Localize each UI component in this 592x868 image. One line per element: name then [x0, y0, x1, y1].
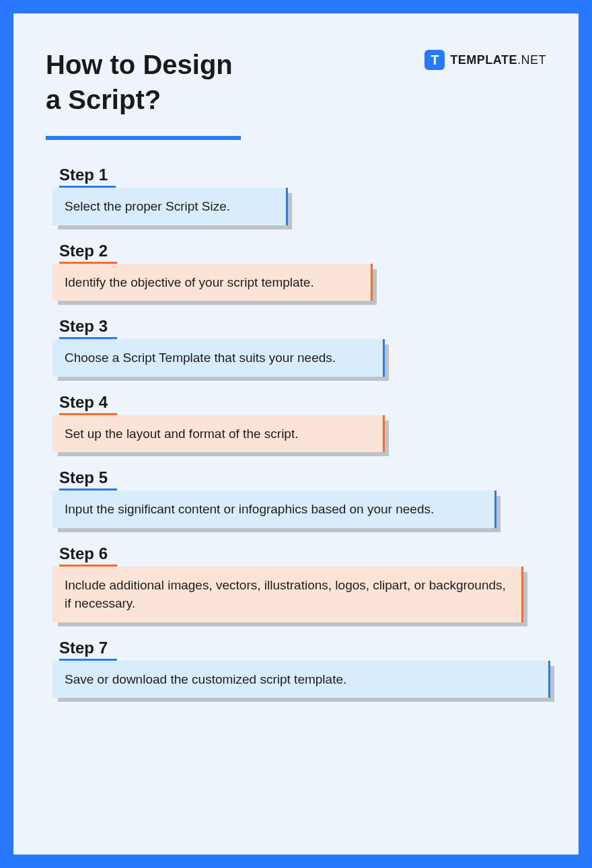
step-card: Choose a Script Template that suits your… [52, 339, 385, 377]
step-block-3: Step 3Choose a Script Template that suit… [52, 317, 546, 377]
step-text: Include additional images, vectors, illu… [52, 567, 523, 622]
step-text: Set up the layout and format of the scri… [52, 415, 385, 453]
step-text: Input the significant content or infogra… [52, 491, 496, 528]
step-card: Select the proper Script Size. [52, 188, 288, 225]
step-block-1: Step 1Select the proper Script Size. [52, 166, 546, 225]
steps-list: Step 1Select the proper Script Size.Step… [46, 166, 546, 698]
step-label: Step 3 [59, 317, 546, 336]
step-block-4: Step 4Set up the layout and format of th… [52, 393, 546, 453]
step-label: Step 2 [59, 242, 546, 260]
step-card: Include additional images, vectors, illu… [52, 567, 523, 622]
step-label: Step 7 [59, 639, 546, 657]
title-underline [46, 136, 241, 140]
step-block-6: Step 6Include additional images, vectors… [52, 544, 546, 622]
brand-name-light: .NET [517, 53, 546, 67]
page-title: How to Design a Script? [46, 47, 233, 117]
step-text: Save or download the customized script t… [52, 661, 550, 698]
step-label: Step 5 [59, 468, 546, 487]
title-line-2: a Script? [46, 85, 161, 114]
step-label: Step 4 [59, 393, 546, 412]
step-card: Identify the objective of your script te… [52, 264, 373, 301]
step-label: Step 6 [59, 544, 546, 563]
step-text: Choose a Script Template that suits your… [52, 339, 385, 377]
header: How to Design a Script? T TEMPLATE.NET [46, 47, 546, 117]
step-block-5: Step 5Input the significant content or i… [52, 468, 546, 528]
step-text: Identify the objective of your script te… [52, 264, 373, 301]
outer-frame: How to Design a Script? T TEMPLATE.NET S… [0, 0, 592, 868]
brand-name-bold: TEMPLATE [450, 53, 517, 67]
page: How to Design a Script? T TEMPLATE.NET S… [13, 13, 579, 855]
step-card: Save or download the customized script t… [52, 661, 550, 698]
step-card: Set up the layout and format of the scri… [52, 415, 385, 453]
brand-icon-letter: T [431, 52, 439, 68]
step-block-7: Step 7Save or download the customized sc… [52, 639, 546, 698]
template-icon: T [424, 50, 445, 70]
step-block-2: Step 2Identify the objective of your scr… [52, 242, 546, 301]
step-text: Select the proper Script Size. [52, 188, 288, 225]
step-card: Input the significant content or infogra… [52, 491, 496, 528]
title-line-1: How to Design [46, 50, 233, 79]
brand-text: TEMPLATE.NET [450, 53, 546, 67]
brand-logo: T TEMPLATE.NET [424, 50, 546, 70]
step-label: Step 1 [59, 166, 546, 184]
